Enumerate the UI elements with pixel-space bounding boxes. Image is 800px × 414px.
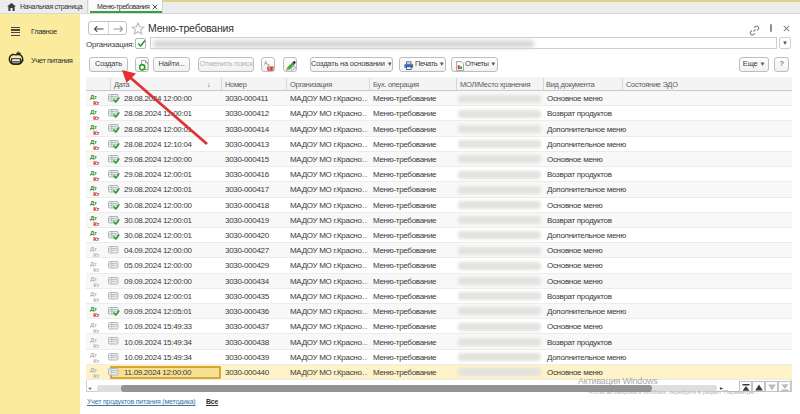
svg-text:Кт: Кт bbox=[93, 145, 99, 151]
svg-text:Кт: Кт bbox=[93, 206, 99, 212]
svg-text:Кт: Кт bbox=[93, 327, 99, 333]
svg-text:Кт: Кт bbox=[93, 282, 99, 288]
svg-text:Кт: Кт bbox=[93, 99, 99, 105]
svg-text:Кт: Кт bbox=[93, 358, 99, 364]
svg-text:Кт: Кт bbox=[93, 114, 99, 120]
svg-text:Кт: Кт bbox=[93, 190, 99, 196]
svg-text:Кт: Кт bbox=[93, 251, 99, 257]
svg-text:Кт: Кт bbox=[93, 175, 99, 181]
svg-text:Кт: Кт bbox=[93, 221, 99, 227]
svg-text:Кт: Кт bbox=[93, 373, 99, 379]
svg-text:Кт: Кт bbox=[93, 160, 99, 166]
svg-text:Кт: Кт bbox=[93, 312, 99, 318]
svg-text:Кт: Кт bbox=[93, 129, 99, 135]
svg-text:Кт: Кт bbox=[93, 342, 99, 348]
svg-text:Кт: Кт bbox=[93, 266, 99, 272]
svg-text:Кт: Кт bbox=[93, 297, 99, 303]
svg-text:Кт: Кт bbox=[93, 236, 99, 242]
